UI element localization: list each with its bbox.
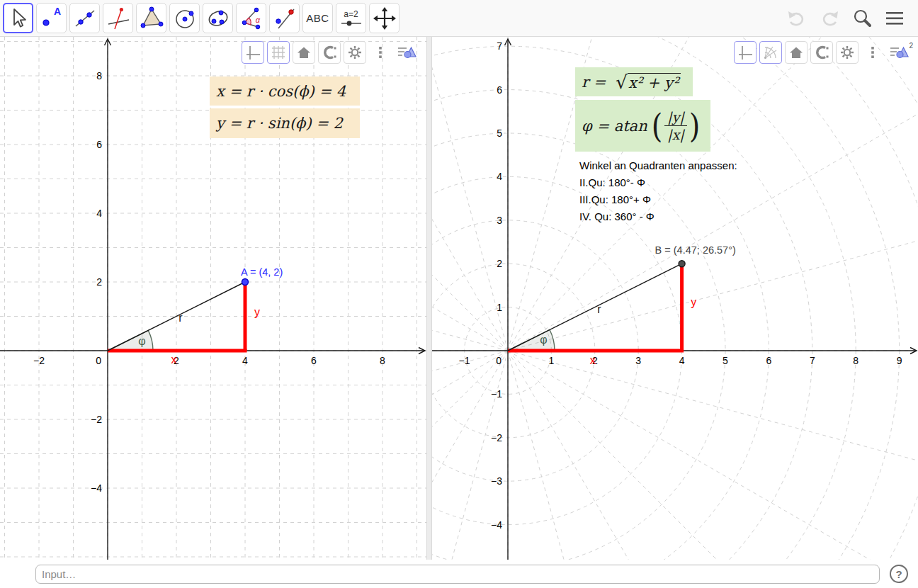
polar-ray [432, 351, 508, 560]
graphics-view-1[interactable]: x = r · cos(ϕ) = 4 y = r · sin(ϕ) = 2 −2… [0, 37, 426, 560]
stylebar-toggle-view-2[interactable]: 2 [887, 41, 912, 64]
polar-ray [432, 92, 508, 351]
toolbar: A [0, 0, 918, 37]
tool-slider-button[interactable]: a=2 [336, 3, 366, 33]
slider-icon [340, 19, 363, 28]
axes-toggle-button[interactable] [242, 41, 264, 64]
kebab-icon [373, 45, 388, 60]
redo-button[interactable] [817, 6, 842, 30]
formula-y-equals[interactable]: y = r · sin(ϕ) = 2 [210, 108, 360, 138]
algebra-input[interactable] [35, 565, 880, 584]
graphics-view-2[interactable]: 2 r = √ x² + y² φ = atan ( |y| |x| ) Win… [432, 37, 918, 560]
axes-toggle-button-2[interactable] [734, 41, 756, 64]
tool-move-button[interactable] [3, 3, 33, 33]
quadrant-note[interactable]: Winkel an Quadranten anpassen: II.Qu: 18… [579, 157, 737, 225]
polygon-icon [139, 6, 164, 31]
more-options-button-2[interactable] [861, 41, 884, 64]
grid-icon [271, 45, 286, 60]
stylebar-icon [397, 44, 418, 61]
perpendicular-line-icon [106, 6, 131, 31]
toolbar-right [785, 6, 918, 30]
tool-circle-button[interactable] [169, 3, 200, 33]
grid-toggle-button[interactable] [267, 41, 290, 64]
tool-conic-button[interactable] [203, 3, 233, 33]
reflect-icon [272, 6, 298, 31]
standard-view-button-2[interactable] [785, 41, 808, 64]
tool-line-button[interactable] [69, 3, 100, 33]
tool-text-button[interactable]: ABC [302, 3, 333, 33]
line-icon [72, 6, 98, 31]
view-divider[interactable] [426, 37, 432, 560]
polar-ray [432, 351, 508, 560]
tool-reflect-button[interactable] [269, 3, 300, 33]
snap-to-grid-button-2[interactable] [810, 41, 833, 64]
stylebar-icon [889, 44, 910, 61]
polar-ray [432, 37, 508, 351]
move-view-icon [372, 6, 397, 31]
home-icon [296, 45, 312, 60]
polar-ray [432, 37, 508, 351]
point[interactable] [679, 261, 685, 267]
kebab-icon [865, 45, 880, 60]
polar-ray [508, 351, 873, 560]
redo-icon [819, 9, 840, 28]
formula-r-sqrt[interactable]: r = √ x² + y² [575, 67, 693, 96]
axes-icon [737, 45, 753, 60]
polar-ray [508, 351, 766, 560]
abc-icon: ABC [306, 12, 329, 24]
stylebar-toggle-view-1[interactable] [395, 41, 420, 64]
axes-icon [245, 45, 261, 60]
polar-ray [432, 351, 508, 560]
sqrt-radical: √ [616, 72, 628, 93]
polar-ray [508, 351, 642, 560]
tool-perpendicular-line-button[interactable] [103, 3, 133, 33]
tool-angle-button[interactable]: α [236, 3, 266, 33]
tool-buttons: A [0, 3, 400, 33]
standard-view-button[interactable] [293, 41, 315, 64]
gear-icon [839, 45, 855, 60]
formula-phi-atan[interactable]: φ = atan ( |y| |x| ) [575, 100, 710, 152]
graphics-area: x = r · cos(ϕ) = 4 y = r · sin(ϕ) = 2 −2… [0, 37, 918, 560]
note-title: Winkel an Quadranten anpassen: [579, 157, 737, 174]
angle-icon-label: α [256, 16, 260, 24]
settings-button[interactable] [344, 41, 366, 64]
hamburger-icon [885, 10, 905, 27]
undo-icon [786, 9, 808, 28]
polar-grid-icon [763, 45, 778, 60]
point[interactable] [242, 279, 249, 285]
tool-move-view-button[interactable] [369, 3, 400, 33]
help-button[interactable]: ? [890, 565, 908, 583]
formula-x-equals[interactable]: x = r · cos(ϕ) = 4 [210, 77, 360, 106]
more-options-button[interactable] [369, 41, 392, 64]
cursor-icon [6, 6, 31, 31]
input-bar: ? [0, 560, 918, 588]
home-icon [788, 45, 804, 60]
undo-button[interactable] [785, 6, 809, 30]
slider-icon-label: a=2 [344, 9, 358, 19]
fraction: |y| |x| [664, 109, 687, 142]
gear-icon [347, 45, 363, 60]
menu-button[interactable] [883, 6, 907, 30]
view-2-superscript: 2 [909, 42, 913, 50]
magnet-icon [814, 45, 829, 60]
circle-icon [172, 6, 198, 31]
search-icon [851, 8, 873, 29]
settings-button-2[interactable] [836, 41, 858, 64]
angle-icon [239, 6, 264, 31]
polar-grid-toggle-button[interactable] [759, 41, 782, 64]
ellipse-icon [205, 6, 231, 31]
search-button[interactable] [850, 6, 874, 30]
stylebar-view-1 [242, 41, 420, 64]
point-icon-label: A [54, 6, 61, 17]
polar-ray [508, 351, 918, 485]
polar-ray [432, 351, 508, 560]
polar-ray [432, 37, 508, 351]
segment-r [508, 264, 682, 351]
tool-polygon-button[interactable] [136, 3, 166, 33]
snap-to-grid-button[interactable] [318, 41, 341, 64]
tool-point-button[interactable]: A [36, 3, 67, 33]
stylebar-view-2: 2 [734, 41, 912, 64]
polar-ray [508, 217, 918, 351]
magnet-icon [322, 45, 337, 60]
